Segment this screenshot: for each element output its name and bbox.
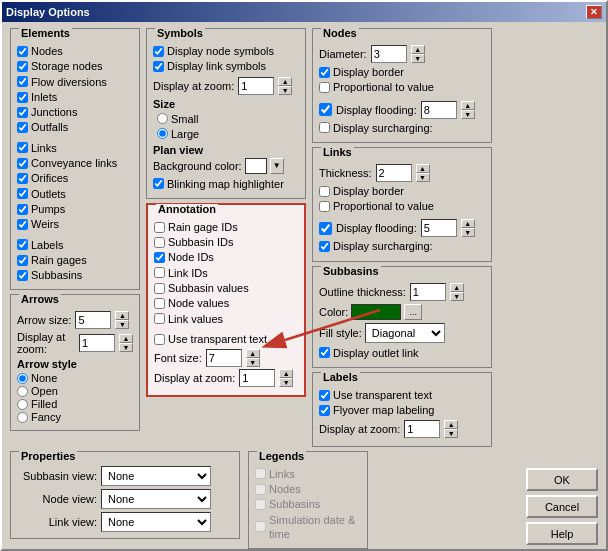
- display-node-symbols-cb[interactable]: [153, 46, 164, 57]
- symbol-zoom-input[interactable]: 1: [238, 77, 274, 95]
- bg-color-box: [245, 158, 267, 174]
- nodes-surcharging-cb[interactable]: [319, 122, 330, 133]
- weirs-cb[interactable]: [17, 219, 28, 230]
- labels-zoom-up[interactable]: ▲: [444, 420, 458, 429]
- arrow-none-radio[interactable]: [17, 373, 28, 384]
- nodes-flooding-down[interactable]: ▼: [461, 110, 475, 119]
- nodes-panel-label: Nodes: [321, 28, 359, 39]
- nodes-flooding-cb[interactable]: [319, 103, 332, 116]
- elements-label: Elements: [19, 28, 72, 39]
- links-display-border-cb[interactable]: [319, 186, 330, 197]
- flyover-cb[interactable]: [319, 405, 330, 416]
- diameter-down[interactable]: ▼: [411, 54, 425, 63]
- links-flooding-cb[interactable]: [319, 222, 332, 235]
- links-flooding-up[interactable]: ▲: [461, 219, 475, 228]
- annotation-group: Annotation Rain gage IDs Subbasin IDs No…: [146, 203, 306, 397]
- arrow-size-input[interactable]: 5: [75, 311, 111, 329]
- links-flooding-down[interactable]: ▼: [461, 228, 475, 237]
- labels-transparent-cb[interactable]: [319, 390, 330, 401]
- node-values-cb[interactable]: [154, 298, 165, 309]
- nodes-cb[interactable]: [17, 46, 28, 57]
- links-proportional-cb[interactable]: [319, 201, 330, 212]
- orifices-cb[interactable]: [17, 173, 28, 184]
- subbasin-color-button[interactable]: ...: [404, 304, 422, 320]
- conveyance-links-cb[interactable]: [17, 158, 28, 169]
- link-ids-cb[interactable]: [154, 267, 165, 278]
- nodes-proportional-cb[interactable]: [319, 82, 330, 93]
- bg-color-button[interactable]: ▼: [270, 158, 284, 174]
- annotation-zoom-input[interactable]: 1: [239, 369, 275, 387]
- subbasins-cb[interactable]: [17, 270, 28, 281]
- thickness-up[interactable]: ▲: [416, 164, 430, 173]
- size-radio-group: Small Large: [157, 112, 299, 141]
- subbasin-color-box: [351, 304, 401, 320]
- arrow-open-radio[interactable]: [17, 386, 28, 397]
- close-button[interactable]: ✕: [586, 5, 602, 19]
- nodes-flooding-input[interactable]: 8: [421, 101, 457, 119]
- annotation-zoom-up[interactable]: ▲: [279, 369, 293, 378]
- symbol-zoom-spinner: ▲ ▼: [278, 77, 292, 95]
- nodes-display-border-cb[interactable]: [319, 67, 330, 78]
- labels-cb[interactable]: [17, 239, 28, 250]
- symbol-zoom-down[interactable]: ▼: [278, 86, 292, 95]
- outfalls-cb[interactable]: [17, 122, 28, 133]
- rain-gages-cb[interactable]: [17, 255, 28, 266]
- use-transparent-cb[interactable]: [154, 334, 165, 345]
- arrow-size-down[interactable]: ▼: [115, 320, 129, 329]
- arrow-size-up[interactable]: ▲: [115, 311, 129, 320]
- ok-button[interactable]: OK: [526, 468, 598, 491]
- labels-zoom-input[interactable]: 1: [404, 420, 440, 438]
- thickness-input[interactable]: 2: [376, 164, 412, 182]
- labels-zoom-down[interactable]: ▼: [444, 429, 458, 438]
- plan-view-header: Plan view: [153, 144, 299, 156]
- nodes-flooding-up[interactable]: ▲: [461, 101, 475, 110]
- size-large-radio[interactable]: [157, 128, 168, 139]
- arrow-zoom-down[interactable]: ▼: [119, 343, 133, 352]
- legend-nodes-cb[interactable]: [255, 484, 266, 495]
- legend-links-cb[interactable]: [255, 468, 266, 479]
- arrow-fancy-radio[interactable]: [17, 412, 28, 423]
- blinking-cb[interactable]: [153, 178, 164, 189]
- subbasin-ids-cb[interactable]: [154, 237, 165, 248]
- diameter-up[interactable]: ▲: [411, 45, 425, 54]
- pumps-cb[interactable]: [17, 204, 28, 215]
- legend-subbasins-cb[interactable]: [255, 499, 266, 510]
- outline-down[interactable]: ▼: [450, 292, 464, 301]
- font-size-input[interactable]: 7: [206, 349, 242, 367]
- node-view-select[interactable]: None: [101, 489, 211, 509]
- link-view-select[interactable]: None: [101, 512, 211, 532]
- fill-style-select[interactable]: Diagonal Solid Horizontal Vertical Cross…: [365, 323, 445, 343]
- inlets-cb[interactable]: [17, 92, 28, 103]
- arrow-filled-radio[interactable]: [17, 399, 28, 410]
- subbasin-view-select[interactable]: None: [101, 466, 211, 486]
- outline-up[interactable]: ▲: [450, 283, 464, 292]
- display-outlet-link-cb[interactable]: [319, 347, 330, 358]
- font-size-up[interactable]: ▲: [246, 349, 260, 358]
- flow-diversions-cb[interactable]: [17, 76, 28, 87]
- diameter-input[interactable]: 3: [371, 45, 407, 63]
- cancel-button[interactable]: Cancel: [526, 495, 598, 518]
- legend-simulation-cb[interactable]: [255, 521, 266, 532]
- arrow-zoom-input[interactable]: 1: [79, 334, 115, 352]
- junctions-cb[interactable]: [17, 107, 28, 118]
- labels-panel-label: Labels: [321, 372, 360, 383]
- links-flooding-input[interactable]: 5: [421, 219, 457, 237]
- font-size-down[interactable]: ▼: [246, 358, 260, 367]
- node-ids-cb[interactable]: [154, 252, 165, 263]
- arrows-group: Arrows Arrow size: 5 ▲ ▼ Display at zoom…: [10, 294, 140, 431]
- links-surcharging-cb[interactable]: [319, 241, 330, 252]
- link-values-cb[interactable]: [154, 313, 165, 324]
- symbol-zoom-up[interactable]: ▲: [278, 77, 292, 86]
- help-button[interactable]: Help: [526, 522, 598, 545]
- thickness-down[interactable]: ▼: [416, 173, 430, 182]
- subbasin-values-cb[interactable]: [154, 283, 165, 294]
- arrow-zoom-up[interactable]: ▲: [119, 334, 133, 343]
- outlets-cb[interactable]: [17, 188, 28, 199]
- annotation-zoom-down[interactable]: ▼: [279, 378, 293, 387]
- rain-gage-ids-cb[interactable]: [154, 222, 165, 233]
- links-cb[interactable]: [17, 142, 28, 153]
- storage-nodes-cb[interactable]: [17, 61, 28, 72]
- display-link-symbols-cb[interactable]: [153, 61, 164, 72]
- outline-thickness-input[interactable]: 1: [410, 283, 446, 301]
- size-small-radio[interactable]: [157, 113, 168, 124]
